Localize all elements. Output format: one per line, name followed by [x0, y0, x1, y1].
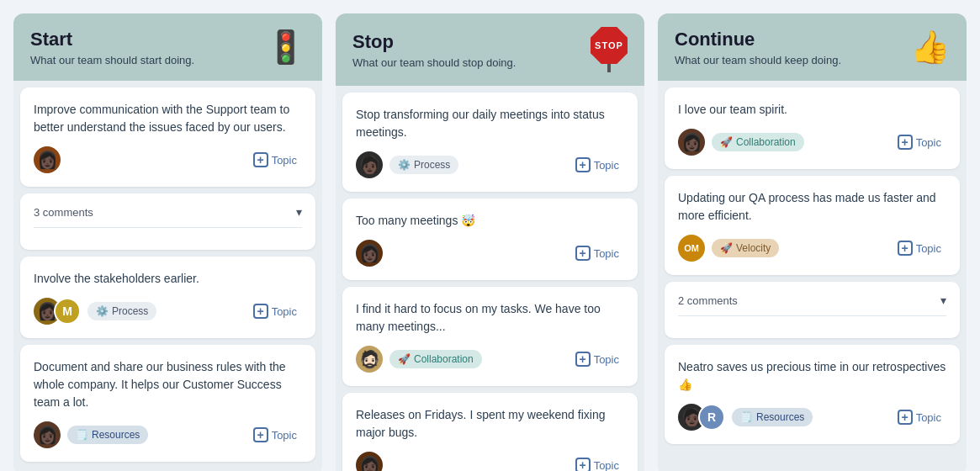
card: Updating our QA process has made us fast… [665, 176, 960, 275]
tag-collaboration[interactable]: 🚀Collaboration [712, 133, 804, 151]
continue-subtitle: What our team should keep doing. [675, 54, 841, 66]
tag-velocity[interactable]: 🚀Velocity [712, 239, 779, 257]
start-header-text: Start What our team should start doing. [30, 29, 194, 66]
avatar-stack: 👩🏿M [34, 298, 81, 325]
tag-collaboration[interactable]: 🚀Collaboration [389, 350, 482, 368]
card-footer: 👩🏿M⚙️Process+Topic [34, 298, 302, 325]
card-footer: 🧔🏻🚀Collaboration+Topic [356, 346, 624, 373]
add-topic-button[interactable]: +Topic [893, 237, 946, 259]
tag-label: Process [414, 159, 450, 171]
board: Start What our team should start doing. … [13, 13, 967, 471]
collaboration-tag-icon: 🚀 [720, 136, 733, 148]
thumbs-up-icon: 👍 [910, 29, 950, 66]
add-topic-icon: + [253, 427, 268, 442]
avatar-stack: 👩🏿 [34, 146, 61, 173]
avatar: OM [678, 235, 705, 262]
card: Too many meetings 🤯👩🏿+Topic [342, 198, 638, 280]
continue-body: I love our team spirit.👩🏿🚀Collaboration+… [658, 81, 967, 471]
card-footer: 👩🏿+Topic [356, 240, 624, 267]
card: Neatro saves us precious time in our ret… [665, 345, 960, 444]
card-text: Involve the stakeholders earlier. [34, 270, 302, 288]
start-header: Start What our team should start doing. … [13, 13, 322, 81]
add-topic-button[interactable]: +Topic [893, 406, 946, 428]
process-tag-icon: ⚙️ [398, 159, 411, 171]
tag-label: Resources [92, 429, 140, 441]
avatar-stack: 👩🏿 [356, 240, 383, 267]
chevron-down-icon[interactable]: ▾ [940, 294, 946, 307]
add-topic-button[interactable]: +Topic [248, 149, 302, 171]
card: I love our team spirit.👩🏿🚀Collaboration+… [665, 87, 960, 169]
avatar: 🧑🏿 [356, 151, 383, 178]
column-continue: Continue What our team should keep doing… [658, 13, 967, 471]
card-text: Document and share our business rules wi… [34, 358, 302, 411]
stop-body: Stop transforming our daily meetings int… [336, 86, 644, 471]
add-topic-button[interactable]: +Topic [893, 131, 946, 153]
add-topic-button[interactable]: +Topic [570, 454, 624, 471]
avatar: 👩🏿 [356, 240, 383, 267]
start-title: Start [30, 29, 194, 50]
card-text: I find it hard to focus on my tasks. We … [356, 300, 624, 336]
topic-label: Topic [916, 411, 941, 424]
add-topic-icon: + [575, 458, 591, 471]
avatar: 👩🏿 [34, 421, 61, 448]
tag-label: Process [112, 305, 148, 317]
resources-tag-icon: 🗒️ [740, 411, 753, 423]
add-topic-button[interactable]: +Topic [570, 154, 624, 176]
avatar: 👩🏿 [356, 452, 383, 471]
add-topic-icon: + [253, 304, 268, 319]
avatar-stack: 🧑🏿 [356, 151, 383, 178]
card-footer: 👩🏿🚀Collaboration+Topic [678, 129, 946, 156]
tag-process[interactable]: ⚙️Process [87, 302, 156, 320]
start-subtitle: What our team should start doing. [30, 54, 194, 66]
card-footer: 👩🏿+Topic [356, 452, 624, 471]
continue-header-text: Continue What our team should keep doing… [675, 29, 841, 66]
card-text: Improve communication with the Support t… [34, 101, 302, 136]
avatar-stack: OM [678, 235, 705, 262]
add-topic-icon: + [253, 152, 268, 167]
card: Improve communication with the Support t… [20, 87, 315, 187]
card-footer-left: 🧑🏿⚙️Process [356, 151, 458, 178]
topic-label: Topic [594, 159, 619, 172]
card-text: Releases on Fridays. I spent my weekend … [356, 406, 624, 442]
avatar-stack: 👩🏿 [678, 129, 705, 156]
card-footer: 🧑🏿R🗒️Resources+Topic [678, 404, 946, 431]
topic-label: Topic [594, 459, 619, 472]
avatar: R [698, 404, 725, 431]
card-footer-left: 👩🏿 [34, 146, 61, 173]
card-footer-left: 👩🏿 [356, 452, 383, 471]
collaboration-tag-icon: 🚀 [398, 353, 411, 365]
tag-process[interactable]: ⚙️Process [389, 156, 458, 174]
card-text: Updating our QA process has made us fast… [678, 189, 946, 225]
add-topic-button[interactable]: +Topic [570, 348, 624, 370]
card-footer: 👩🏿+Topic [34, 146, 302, 173]
continue-header: Continue What our team should keep doing… [658, 13, 967, 81]
tag-label: Collaboration [414, 353, 474, 365]
avatar: 👩🏿 [34, 146, 61, 173]
add-topic-button[interactable]: +Topic [570, 242, 624, 264]
topic-label: Topic [916, 242, 941, 255]
avatar: M [54, 298, 81, 325]
add-topic-icon: + [898, 135, 913, 150]
traffic-light-icon: 🚦 [266, 29, 305, 66]
tag-label: Resources [756, 411, 804, 423]
card: Involve the stakeholders earlier.👩🏿M⚙️Pr… [20, 257, 315, 338]
card-footer-left: 👩🏿 [356, 240, 383, 267]
card: Stop transforming our daily meetings int… [342, 93, 638, 192]
tag-resources[interactable]: 🗒️Resources [67, 426, 148, 444]
avatar: 👩🏿 [678, 129, 705, 156]
tag-resources[interactable]: 🗒️Resources [732, 408, 813, 426]
card: Releases on Fridays. I spent my weekend … [342, 393, 638, 471]
card: I find it hard to focus on my tasks. We … [342, 287, 638, 386]
card-text: Neatro saves us precious time in our ret… [678, 358, 946, 394]
stop-header-text: Stop What our team should stop doing. [352, 31, 516, 69]
add-topic-button[interactable]: +Topic [248, 424, 302, 446]
card-text: Too many meetings 🤯 [356, 212, 624, 230]
start-body: Improve communication with the Support t… [13, 81, 322, 471]
chevron-down-icon[interactable]: ▾ [296, 205, 302, 219]
card-footer-left: 👩🏿M⚙️Process [34, 298, 156, 325]
comments-header: 2 comments ▾ [678, 294, 946, 316]
add-topic-button[interactable]: +Topic [248, 300, 302, 322]
resources-tag-icon: 🗒️ [76, 429, 88, 441]
process-tag-icon: ⚙️ [96, 305, 109, 317]
add-topic-icon: + [575, 246, 591, 261]
